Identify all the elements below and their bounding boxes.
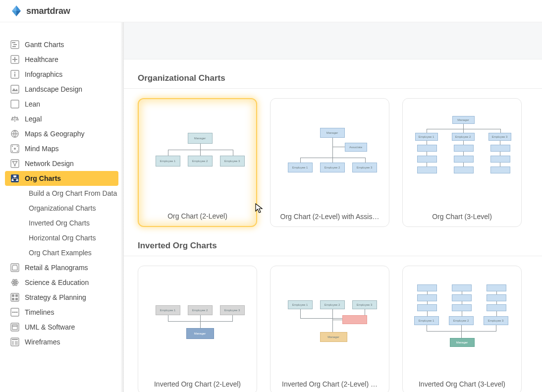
sidebar-item-label: UML & Software xyxy=(25,323,75,331)
section-title: Organizational Charts xyxy=(124,59,542,89)
svg-rect-1 xyxy=(12,42,15,43)
svg-rect-8 xyxy=(11,85,19,93)
svg-rect-7 xyxy=(14,74,15,77)
logo-icon xyxy=(10,4,23,17)
gantt-icon xyxy=(10,40,20,50)
sidebar-item-retail-planograms[interactable]: Retail & Planograms xyxy=(0,260,123,275)
globe-icon xyxy=(10,129,20,139)
strategy-icon xyxy=(10,292,20,302)
sidebar-item-infographics[interactable]: Infographics xyxy=(0,67,123,82)
svg-rect-2 xyxy=(13,44,17,45)
sidebar-item-uml-software[interactable]: UML & Software xyxy=(0,320,123,335)
svg-rect-31 xyxy=(12,294,14,297)
svg-point-6 xyxy=(14,72,15,73)
svg-rect-44 xyxy=(12,341,14,345)
sidebar-item-org-charts[interactable]: Org Charts xyxy=(5,171,118,186)
svg-rect-9 xyxy=(11,100,19,108)
template-card-label: Org Chart (2-Level) xyxy=(167,206,227,226)
template-card[interactable]: ManagerEmployee 1Employee 2Employee 3Org… xyxy=(402,98,522,227)
app-header: smartdraw xyxy=(0,0,542,22)
uml-icon xyxy=(10,322,20,332)
template-card-label: Org Chart (2-Level) with Assis… xyxy=(280,207,379,226)
template-thumbnail: ManagerEmployee 1Employee 2Employee 3 xyxy=(139,99,256,206)
template-card[interactable]: Employee 1Employee 2Employee 3ManagerInv… xyxy=(138,266,257,392)
sidebar-item-timelines[interactable]: Timelines xyxy=(0,305,123,320)
retail-icon xyxy=(10,263,20,273)
sidebar-item-legal[interactable]: Legal xyxy=(0,112,123,126)
svg-rect-3 xyxy=(12,46,16,47)
svg-rect-22 xyxy=(13,175,16,177)
template-card-label: Org Chart (3-Level) xyxy=(432,207,492,226)
sidebar-item-wireframes[interactable]: Wireframes xyxy=(0,335,123,349)
sidebar-subitem-organizational-charts[interactable]: Organizational Charts xyxy=(0,201,123,216)
template-card-label: Inverted Org Chart (3-Level) xyxy=(419,374,505,392)
sidebar-item-label: Science & Education xyxy=(25,279,89,286)
orgchart-icon xyxy=(10,173,20,183)
template-card-label: Inverted Org Chart (2-Level) … xyxy=(282,374,378,392)
svg-rect-43 xyxy=(12,339,18,340)
sidebar-item-label: Wireframes xyxy=(25,338,60,346)
template-card-row: Employee 1Employee 2Employee 3ManagerInv… xyxy=(124,266,542,392)
sidebar-item-science-education[interactable]: Science & Education xyxy=(0,275,123,290)
toolbar-placeholder xyxy=(124,22,542,59)
svg-rect-41 xyxy=(12,326,17,330)
mindmap-icon xyxy=(10,144,20,154)
template-thumbnail: Employee 1Employee 2Employee 3Manager xyxy=(271,266,389,374)
template-card[interactable]: Employee 1Employee 2Employee 3ManagerInv… xyxy=(270,266,389,392)
template-card[interactable]: Employee 1Employee 2Employee 3ManagerInv… xyxy=(402,266,522,392)
sidebar-subitem-build-a-org-chart-from-data[interactable]: Build a Org Chart From Data xyxy=(0,186,123,201)
sidebar-item-label: Maps & Geography xyxy=(25,130,85,138)
template-card[interactable]: ManagerAssociateEmployee 1Employee 2Empl… xyxy=(270,98,389,227)
sidebar-subitem-inverted-org-charts[interactable]: Inverted Org Charts xyxy=(0,216,123,230)
svg-rect-32 xyxy=(15,294,18,297)
sidebar-subitem-horizontal-org-charts[interactable]: Horizontal Org Charts xyxy=(0,230,123,245)
svg-point-12 xyxy=(14,148,16,150)
template-card[interactable]: ManagerEmployee 1Employee 2Employee 3Org… xyxy=(138,98,257,227)
svg-point-36 xyxy=(12,312,13,313)
sidebar-item-gantt-charts[interactable]: Gantt Charts xyxy=(0,37,123,52)
sidebar-item-label: Strategy & Planning xyxy=(25,293,86,301)
legal-icon xyxy=(10,114,20,124)
template-thumbnail: Employee 1Employee 2Employee 3Manager xyxy=(403,266,521,374)
svg-rect-24 xyxy=(16,179,18,181)
sidebar-subitem-org-chart-examples[interactable]: Org Chart Examples xyxy=(0,245,123,260)
sidebar-item-label: Retail & Planograms xyxy=(25,264,88,272)
lean-icon xyxy=(10,99,20,109)
mouse-cursor xyxy=(255,203,264,216)
svg-point-16 xyxy=(17,151,18,152)
sidebar-item-network-design[interactable]: Network Design xyxy=(0,156,123,171)
svg-point-14 xyxy=(17,146,18,147)
svg-point-38 xyxy=(16,312,17,313)
svg-rect-45 xyxy=(15,341,18,345)
template-card-row: ManagerEmployee 1Employee 2Employee 3Org… xyxy=(124,98,542,227)
sidebar-item-maps-geography[interactable]: Maps & Geography xyxy=(0,126,123,141)
sidebar-item-lean[interactable]: Lean xyxy=(0,97,123,112)
template-thumbnail: ManagerAssociateEmployee 1Employee 2Empl… xyxy=(271,99,389,207)
svg-point-37 xyxy=(14,312,15,313)
plus-icon xyxy=(10,55,20,64)
info-icon xyxy=(10,69,20,79)
svg-rect-17 xyxy=(11,160,19,168)
timelines-icon xyxy=(10,307,20,317)
logo[interactable]: smartdraw xyxy=(10,4,70,17)
svg-rect-23 xyxy=(12,179,14,181)
science-icon xyxy=(10,278,20,287)
svg-point-26 xyxy=(14,281,16,283)
svg-rect-34 xyxy=(15,298,18,300)
sidebar-item-label: Gantt Charts xyxy=(25,41,64,49)
svg-point-13 xyxy=(12,146,13,147)
template-thumbnail: ManagerEmployee 1Employee 2Employee 3 xyxy=(403,99,521,207)
svg-rect-33 xyxy=(12,298,14,300)
sidebar-item-label: Mind Maps xyxy=(25,145,58,153)
sidebar-item-label: Healthcare xyxy=(25,56,58,63)
sidebar-item-healthcare[interactable]: Healthcare xyxy=(0,52,123,67)
sidebar-item-mind-maps[interactable]: Mind Maps xyxy=(0,141,123,156)
sidebar: Gantt ChartsHealthcareInfographicsLandsc… xyxy=(0,22,124,392)
sidebar-item-label: Network Design xyxy=(25,160,74,168)
sidebar-item-label: Legal xyxy=(25,115,42,123)
sidebar-item-strategy-planning[interactable]: Strategy & Planning xyxy=(0,290,123,305)
sidebar-item-label: Timelines xyxy=(25,308,54,316)
sidebar-item-label: Lean xyxy=(25,100,40,108)
sidebar-item-landscape-design[interactable]: Landscape Design xyxy=(0,82,123,97)
network-icon xyxy=(10,159,20,168)
